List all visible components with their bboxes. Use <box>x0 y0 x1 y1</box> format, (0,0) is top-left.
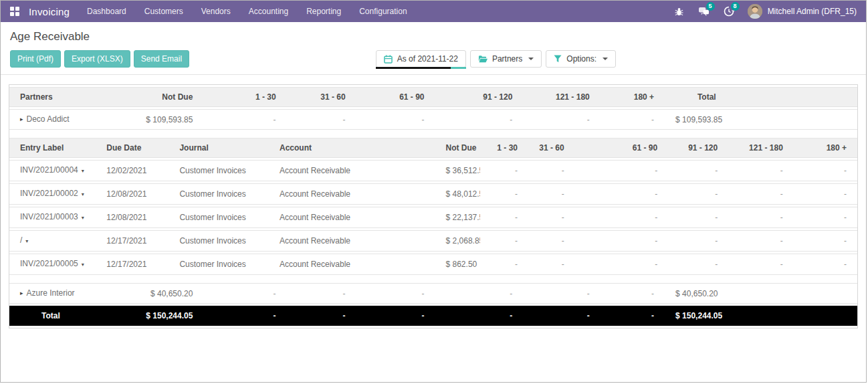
activities-badge: 8 <box>731 2 740 11</box>
amount-cell: $ 48,012.50 <box>435 183 480 205</box>
app-name[interactable]: Invoicing <box>29 6 70 17</box>
empty-bucket-cell: - <box>480 254 528 275</box>
column-header: 91 - 120 <box>435 87 524 107</box>
column-header: Total <box>665 87 727 107</box>
empty-bucket-cell: - <box>356 109 435 130</box>
amount-cell: $ 862.50 <box>435 254 480 275</box>
empty-bucket-cell: - <box>203 283 286 304</box>
journal-cell: Customer Invoices <box>169 183 269 205</box>
send-email-button[interactable]: Send Email <box>134 50 189 68</box>
partner-row: ▸Azure Interior$ 40,650.20------$ 40,650… <box>9 283 857 304</box>
column-header: 31 - 60 <box>287 87 356 107</box>
user-menu[interactable]: Mitchell Admin (DFR_15) <box>748 4 857 19</box>
entry-label[interactable]: / <box>20 235 22 245</box>
column-header: 1 - 30 <box>203 87 286 107</box>
expand-caret-icon: ▸ <box>20 116 23 122</box>
partner-name-cell[interactable]: ▸Azure Interior <box>9 283 96 304</box>
empty-bucket-cell: - <box>601 283 665 304</box>
empty-bucket-cell: - <box>668 207 728 228</box>
amount-cell: $ 36,512.50 <box>435 160 480 181</box>
apps-grid-icon[interactable] <box>10 7 19 16</box>
due-date-cell: 12/02/2021 <box>96 160 169 181</box>
report-page: PartnersNot Due1 - 3031 - 6061 - 9091 - … <box>1 75 866 338</box>
export-xlsx-button[interactable]: Export (XLSX) <box>64 50 130 68</box>
account-cell: Account Receivable <box>269 160 435 181</box>
empty-bucket-cell: - <box>728 230 794 252</box>
entry-label[interactable]: INV/2021/00002 <box>20 189 78 198</box>
expand-caret-icon: ▸ <box>20 290 23 296</box>
partners-filter[interactable]: Partners <box>470 50 542 68</box>
empty-bucket-cell: - <box>575 160 668 181</box>
empty-bucket-cell: - <box>480 207 528 228</box>
dropdown-caret-icon[interactable]: ▾ <box>82 262 84 268</box>
empty-bucket-cell: - <box>203 306 286 326</box>
account-cell: Account Receivable <box>269 254 435 275</box>
empty-bucket-cell: - <box>356 283 435 304</box>
entry-label-cell[interactable]: /▾ <box>9 230 96 252</box>
activities-icon[interactable]: 8 <box>723 5 735 17</box>
entry-label-cell[interactable]: INV/2021/00004▾ <box>9 160 96 181</box>
print-pdf-button[interactable]: Print (Pdf) <box>10 50 61 68</box>
column-header: Journal <box>169 138 269 158</box>
empty-bucket-cell: - <box>203 109 286 130</box>
entry-label-cell[interactable]: INV/2021/00005▾ <box>9 254 96 275</box>
total-amount-cell: $ 150,244.05 <box>96 306 203 326</box>
aged-receivable-table: PartnersNot Due1 - 3031 - 6061 - 9091 - … <box>9 84 858 328</box>
total-label-cell: Total <box>9 306 96 326</box>
filler-cell <box>727 306 857 326</box>
user-avatar <box>748 4 762 19</box>
entry-label[interactable]: INV/2021/00005 <box>20 259 78 268</box>
journal-cell: Customer Invoices <box>169 160 269 181</box>
nav-menu-dashboard[interactable]: Dashboard <box>87 7 126 16</box>
date-filter[interactable]: As of 2021-11-22 <box>376 50 466 68</box>
column-header: 180 + <box>794 138 857 158</box>
nav-menu-accounting[interactable]: Accounting <box>249 7 288 16</box>
nav-menu-configuration[interactable]: Configuration <box>359 7 407 16</box>
empty-bucket-cell: - <box>435 306 524 326</box>
empty-bucket-cell: - <box>528 160 575 181</box>
filter-bar: As of 2021-11-22 Partners Options: <box>376 50 616 68</box>
nav-menu-vendors[interactable]: Vendors <box>201 7 231 16</box>
empty-bucket-cell: - <box>668 160 728 181</box>
dropdown-caret-icon[interactable]: ▾ <box>25 238 28 244</box>
empty-bucket-cell: - <box>528 207 575 228</box>
entry-label[interactable]: INV/2021/00003 <box>20 212 78 221</box>
partner-name-cell[interactable]: ▸Deco Addict <box>9 109 96 130</box>
chevron-down-icon <box>528 58 534 60</box>
nav-menu-reporting[interactable]: Reporting <box>306 7 341 16</box>
column-header: Entry Label <box>9 138 96 158</box>
empty-bucket-cell: - <box>435 283 524 304</box>
amount-cell: $ 109,593.85 <box>665 109 727 130</box>
empty-bucket-cell: - <box>480 230 528 252</box>
column-header: 31 - 60 <box>528 138 575 158</box>
amount-cell: $ 109,593.85 <box>96 109 203 130</box>
column-header: 121 - 180 <box>523 87 600 107</box>
filler-cell <box>727 283 857 304</box>
empty-bucket-cell: - <box>668 183 728 205</box>
nav-menu-customers[interactable]: Customers <box>144 7 183 16</box>
dropdown-caret-icon[interactable]: ▾ <box>82 168 84 174</box>
action-buttons: Print (Pdf) Export (XLSX) Send Email <box>10 50 189 68</box>
empty-bucket-cell: - <box>728 254 794 275</box>
empty-bucket-cell: - <box>480 183 528 205</box>
dropdown-caret-icon[interactable]: ▾ <box>82 191 84 197</box>
entry-label-cell[interactable]: INV/2021/00002▾ <box>9 183 96 205</box>
entry-label[interactable]: INV/2021/00004 <box>20 165 78 175</box>
column-header: 180 + <box>601 87 665 107</box>
empty-bucket-cell: - <box>528 254 575 275</box>
debug-bug-icon[interactable] <box>673 5 685 17</box>
messages-badge: 5 <box>706 2 715 11</box>
column-header: Account <box>269 138 435 158</box>
dropdown-caret-icon[interactable]: ▾ <box>82 215 84 221</box>
filter-funnel-icon <box>554 55 562 63</box>
empty-bucket-cell: - <box>435 109 524 130</box>
empty-bucket-cell: - <box>601 109 665 130</box>
empty-bucket-cell: - <box>287 109 356 130</box>
total-amount-cell: $ 150,244.05 <box>665 306 727 326</box>
messages-icon[interactable]: 5 <box>698 5 710 17</box>
empty-bucket-cell: - <box>668 254 728 275</box>
empty-bucket-cell: - <box>794 254 857 275</box>
entry-label-cell[interactable]: INV/2021/00003▾ <box>9 207 96 228</box>
options-filter[interactable]: Options: <box>546 50 616 68</box>
empty-bucket-cell: - <box>480 160 528 181</box>
